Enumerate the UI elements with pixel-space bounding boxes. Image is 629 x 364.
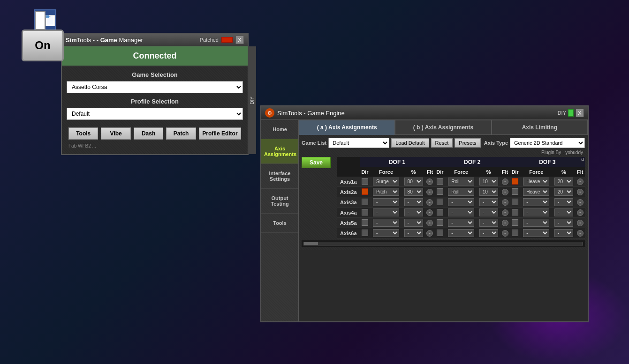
axis2a-dof3-dir-check[interactable]: [512, 188, 518, 195]
axis4a-dof1-pct[interactable]: -: [404, 208, 423, 216]
axis4a-dof3-force[interactable]: -: [523, 208, 549, 216]
presets-button[interactable]: Presets: [455, 138, 480, 148]
axis2a-dof3-flt[interactable]: •: [577, 189, 584, 195]
axis2a-dof2-flt[interactable]: •: [502, 189, 508, 195]
save-button[interactable]: Save: [302, 157, 331, 168]
axis2a-dof2-dir-check[interactable]: [437, 188, 443, 195]
axis6a-dof2-flt[interactable]: •: [502, 230, 508, 237]
axis3a-dof2-flt[interactable]: •: [502, 199, 508, 206]
axis3a-dof1-pct[interactable]: -: [404, 198, 423, 206]
axis2a-dof1-dir-check[interactable]: [362, 188, 368, 195]
patch-button[interactable]: Patch: [166, 127, 196, 140]
axis3a-dof3-flt[interactable]: •: [577, 199, 584, 206]
tab-b-axis-assignments[interactable]: ( b ) Axis Assignments: [395, 120, 491, 135]
tab-axis-limiting[interactable]: Axis Limiting: [492, 120, 588, 135]
axis5a-dof1-pct[interactable]: -: [404, 219, 423, 227]
axis2a-dof1-force[interactable]: PitchSurgeSwayHeaveRollYaw-: [373, 188, 399, 196]
axis1a-dof1-dir-check[interactable]: [362, 178, 368, 185]
axis1a-dof2-flt[interactable]: •: [502, 178, 508, 185]
game-list-dropdown[interactable]: Default: [328, 138, 389, 148]
axis4a-dof2-dir-check[interactable]: [437, 209, 443, 215]
axis6a-dof1-force[interactable]: -: [373, 229, 399, 237]
axis4a-dof2-flt[interactable]: •: [502, 209, 508, 216]
game-selection-dropdown[interactable]: Assetto Corsa: [67, 81, 243, 93]
on-button[interactable]: On: [22, 30, 64, 61]
desktop-icon[interactable]: [34, 9, 56, 32]
axis4a-dof3-dir-check[interactable]: [512, 209, 518, 215]
axis6a-dof1-pct[interactable]: -: [404, 229, 423, 237]
axis2a-dof2-force[interactable]: RollSurgeSwayHeavePitchYaw-: [448, 188, 474, 196]
axis6a-dof1-dir-check[interactable]: [362, 230, 368, 236]
tab-a-axis-assignments[interactable]: ( a ) Axis Assignments: [299, 120, 395, 135]
axis4a-dof3-flt[interactable]: •: [577, 209, 584, 216]
axis6a-dof3-pct[interactable]: -: [554, 229, 573, 237]
connected-text: Connected: [133, 51, 176, 60]
sidebar-item-axis-assignments[interactable]: Axis Assignments: [261, 139, 298, 164]
sidebar-item-output-testing[interactable]: Output Testing: [261, 189, 298, 214]
axis5a-dof3-pct[interactable]: -: [554, 219, 573, 227]
axis6a-dof2-force[interactable]: -: [448, 229, 474, 237]
axis2a-dof3-pct[interactable]: 208010: [554, 188, 573, 196]
sidebar-item-home[interactable]: Home: [261, 120, 298, 139]
axis3a-dof1-dir-check[interactable]: [362, 199, 368, 205]
axis1a-dof2-pct[interactable]: 108020: [479, 178, 498, 186]
axis1a-dof3-dir-check[interactable]: [512, 178, 518, 185]
reset-button[interactable]: Reset: [431, 138, 453, 148]
load-default-button[interactable]: Load Default: [391, 138, 429, 148]
axis5a-dof2-force[interactable]: -: [448, 219, 474, 227]
manager-close-button[interactable]: X: [235, 36, 244, 44]
axis1a-dof3-force[interactable]: HeaveSurgeSwayPitchRollYaw-: [523, 178, 549, 186]
axis5a-dof3-dir-check[interactable]: [512, 219, 518, 226]
axis5a-dof1-dir-check[interactable]: [362, 219, 368, 226]
axis5a-dof2-flt[interactable]: •: [502, 220, 508, 226]
axis5a-dof3-force[interactable]: -: [523, 219, 549, 227]
sidebar-item-tools[interactable]: Tools: [261, 214, 298, 233]
axis1a-dof2-force[interactable]: RollSurgeSwayHeavePitchYaw-: [448, 178, 474, 186]
axis6a-dof3-flt[interactable]: •: [577, 230, 584, 237]
axis3a-dof2-force[interactable]: -Surge: [448, 198, 474, 206]
axis3a-dof1-flt[interactable]: •: [426, 199, 433, 206]
axis1a-dof2-dir-check[interactable]: [437, 178, 443, 185]
axis-type-dropdown[interactable]: Generic 2D Standard: [510, 138, 585, 148]
profile-editor-button[interactable]: Profile Editor: [199, 127, 241, 140]
axis1a-dof1-force[interactable]: SurgeSwayHeavePitchRollYaw-: [373, 178, 399, 186]
axis5a-dof1-flt[interactable]: •: [426, 220, 433, 226]
axis6a-dof2-dir-check[interactable]: [437, 230, 443, 236]
dash-button[interactable]: Dash: [134, 127, 163, 140]
axis3a-dof3-dir-check[interactable]: [512, 199, 518, 205]
axis1a-dof1-pct[interactable]: 80102030: [404, 178, 423, 186]
axis4a-dof1-dir-check[interactable]: [362, 209, 368, 215]
axis3a-dof1-force[interactable]: -SurgeSwayHeave: [373, 198, 399, 206]
axis2a-dof3-force[interactable]: HeaveSurgeSwayPitchRollYaw-: [523, 188, 549, 196]
axis5a-dof1-force[interactable]: -: [373, 219, 399, 227]
axis5a-dof3-flt[interactable]: •: [577, 220, 584, 226]
engine-close-button[interactable]: X: [576, 109, 584, 117]
axis6a-dof3-dir-check[interactable]: [512, 230, 518, 236]
sidebar-item-interface-settings[interactable]: Interface Settings: [261, 164, 298, 189]
axis6a-dof1-flt[interactable]: •: [426, 230, 433, 237]
axis3a-dof3-force[interactable]: -Heave: [523, 198, 549, 206]
axis4a-dof3-pct[interactable]: -: [554, 208, 573, 216]
scrollbar-thumb[interactable]: [304, 242, 318, 245]
axis4a-dof2-pct[interactable]: -: [479, 208, 498, 216]
axis1a-dof3-flt[interactable]: •: [577, 178, 584, 185]
axis3a-dof3-pct[interactable]: -: [554, 198, 573, 206]
axis4a-dof1-force[interactable]: -: [373, 208, 399, 216]
axis2a-dof2-pct[interactable]: 108020: [479, 188, 498, 196]
axis1a-dof3-pct[interactable]: 208010: [554, 178, 573, 186]
axis5a-dof2-pct[interactable]: -: [479, 219, 498, 227]
profile-selection-dropdown[interactable]: Default: [67, 108, 243, 120]
scrollbar-track[interactable]: [303, 242, 583, 245]
axis3a-dof2-dir-check[interactable]: [437, 199, 443, 205]
axis6a-dof2-pct[interactable]: -: [479, 229, 498, 237]
vibe-button[interactable]: Vibe: [101, 127, 130, 140]
axis4a-dof1-flt[interactable]: •: [426, 209, 433, 216]
axis6a-dof3-force[interactable]: -: [523, 229, 549, 237]
axis3a-dof2-pct[interactable]: -: [479, 198, 498, 206]
axis2a-dof1-flt[interactable]: •: [426, 189, 433, 195]
tools-button[interactable]: Tools: [68, 127, 98, 140]
axis5a-dof2-dir-check[interactable]: [437, 219, 443, 226]
axis1a-dof1-flt[interactable]: •: [426, 178, 433, 185]
axis2a-dof1-pct[interactable]: 801020: [404, 188, 423, 196]
axis4a-dof2-force[interactable]: -: [448, 208, 474, 216]
